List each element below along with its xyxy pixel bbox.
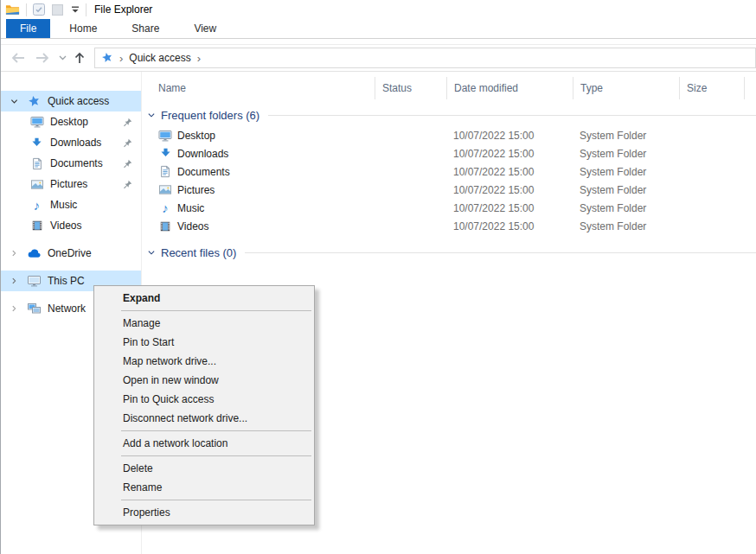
file-status (375, 199, 446, 217)
file-name: Downloads (177, 148, 228, 160)
menu-item-disconnect-network-drive[interactable]: Disconnect network drive... (94, 409, 314, 428)
menu-item-delete[interactable]: Delete (94, 459, 314, 478)
downloads-icon (29, 137, 44, 150)
recent-locations-chevron-icon[interactable] (59, 55, 67, 60)
sidebar-item-onedrive[interactable]: OneDrive (1, 243, 141, 264)
menu-item-open-in-new-window[interactable]: Open in new window (94, 371, 314, 390)
file-type: System Folder (573, 144, 679, 162)
sidebar-item-pictures[interactable]: Pictures (1, 174, 141, 194)
sidebar-item-documents[interactable]: Documents (1, 153, 141, 174)
breadcrumb-chevron-icon[interactable]: › (119, 53, 123, 64)
pictures-icon (158, 183, 172, 196)
window-title: File Explorer (94, 3, 152, 16)
chevron-right-icon[interactable] (9, 304, 19, 313)
onedrive-icon (26, 249, 42, 258)
quick-access-star-icon (101, 52, 113, 64)
tab-home[interactable]: Home (54, 19, 112, 38)
customize-toolbar-dropdown-icon[interactable] (71, 6, 80, 13)
new-folder-icon[interactable] (52, 4, 63, 16)
tab-share[interactable]: Share (116, 19, 175, 38)
back-arrow-icon[interactable] (10, 52, 26, 64)
file-row-videos[interactable]: Videos 10/07/2022 15:00 System Folder (142, 217, 756, 235)
sidebar-item-label: Documents (50, 157, 103, 169)
file-date-modified: 10/07/2022 15:00 (446, 199, 573, 217)
menu-item-map-network-drive[interactable]: Map network drive... (94, 352, 314, 371)
quick-access-star-icon (26, 95, 42, 108)
address-bar[interactable]: › Quick access › (94, 48, 756, 68)
file-name: Desktop (177, 130, 215, 142)
properties-check-icon[interactable] (33, 3, 45, 16)
chevron-right-icon[interactable] (9, 249, 19, 258)
file-type: System Folder (573, 181, 679, 199)
chevron-down-icon[interactable] (147, 111, 156, 119)
tab-file[interactable]: File (6, 19, 50, 38)
navigation-bar: › Quick access › (1, 45, 756, 72)
music-icon: ♪ (29, 199, 44, 212)
file-explorer-window: File Explorer File Home Share View › Qui… (0, 0, 756, 554)
column-header-name[interactable]: Name (142, 77, 375, 99)
menu-item-pin-to-start[interactable]: Pin to Start (94, 333, 314, 352)
file-type: System Folder (573, 199, 679, 217)
menu-item-manage[interactable]: Manage (94, 314, 314, 333)
sidebar-item-label: Videos (50, 220, 81, 232)
chevron-down-icon[interactable] (9, 98, 19, 105)
chevron-right-icon[interactable] (9, 277, 19, 285)
file-row-pictures[interactable]: Pictures 10/07/2022 15:00 System Folder (142, 181, 756, 199)
group-rule (268, 115, 756, 116)
menu-separator (121, 310, 311, 311)
menu-item-pin-to-quick-access[interactable]: Pin to Quick access (94, 390, 314, 409)
column-header-date-modified[interactable]: Date modified (446, 77, 573, 99)
column-header-size[interactable]: Size (679, 77, 745, 99)
menu-item-properties[interactable]: Properties (94, 503, 314, 522)
videos-icon (158, 220, 172, 232)
breadcrumb-location[interactable]: Quick access (129, 52, 190, 64)
sidebar-item-videos[interactable]: Videos (1, 215, 141, 236)
sidebar-item-label: Network (48, 302, 86, 315)
sidebar-item-quick-access[interactable]: Quick access (1, 91, 141, 111)
file-row-documents[interactable]: Documents 10/07/2022 15:00 System Folder (142, 162, 756, 181)
sidebar-item-label: Downloads (50, 137, 101, 149)
menu-item-rename[interactable]: Rename (94, 478, 314, 497)
file-name: Videos (177, 220, 208, 232)
file-type: System Folder (573, 217, 679, 235)
desktop-icon (158, 129, 172, 143)
chevron-down-icon[interactable] (147, 249, 156, 257)
group-header-recent-files[interactable]: Recent files (0) (142, 241, 756, 264)
ribbon-collapsed-area (1, 39, 756, 45)
explorer-logo-icon (5, 3, 20, 16)
tab-view[interactable]: View (178, 19, 232, 38)
menu-item-add-a-network-location[interactable]: Add a network location (94, 434, 314, 453)
sidebar-item-downloads[interactable]: Downloads (1, 132, 141, 153)
sidebar-item-label: Pictures (50, 178, 87, 190)
pin-icon (123, 138, 132, 148)
sidebar-item-music[interactable]: ♪ Music (1, 194, 141, 215)
menu-separator (121, 500, 311, 500)
sidebar-item-label: Quick access (48, 95, 109, 107)
file-row-music[interactable]: ♪ Music 10/07/2022 15:00 System Folder (142, 199, 756, 217)
column-header-row: Name Status Date modified Type Size (142, 77, 756, 99)
breadcrumb-chevron-icon[interactable]: › (197, 53, 201, 64)
file-date-modified: 10/07/2022 15:00 (446, 144, 573, 162)
toolbar-divider (86, 3, 86, 16)
group-header-frequent-folders[interactable]: Frequent folders (6) (142, 104, 756, 126)
forward-arrow-icon[interactable] (35, 52, 50, 64)
desktop-icon (29, 115, 44, 129)
pictures-icon (29, 178, 44, 191)
pin-icon (123, 118, 132, 127)
menu-item-expand[interactable]: Expand (94, 289, 314, 308)
up-arrow-icon[interactable] (73, 51, 86, 65)
file-date-modified: 10/07/2022 15:00 (446, 217, 573, 235)
group-header-label: Frequent folders (6) (161, 109, 259, 122)
videos-icon (29, 220, 44, 232)
file-name: Music (177, 202, 204, 214)
column-header-status[interactable]: Status (375, 77, 446, 99)
toolbar-divider (26, 3, 27, 16)
sidebar-item-label: Music (50, 199, 77, 211)
sidebar-item-desktop[interactable]: Desktop (1, 111, 141, 132)
file-row-desktop[interactable]: Desktop 10/07/2022 15:00 System Folder (142, 126, 756, 144)
column-header-type[interactable]: Type (573, 77, 679, 99)
file-row-downloads[interactable]: Downloads 10/07/2022 15:00 System Folder (142, 144, 756, 162)
file-status (375, 144, 446, 162)
group-header-label: Recent files (0) (161, 246, 236, 259)
sidebar-item-label: Desktop (50, 116, 88, 128)
